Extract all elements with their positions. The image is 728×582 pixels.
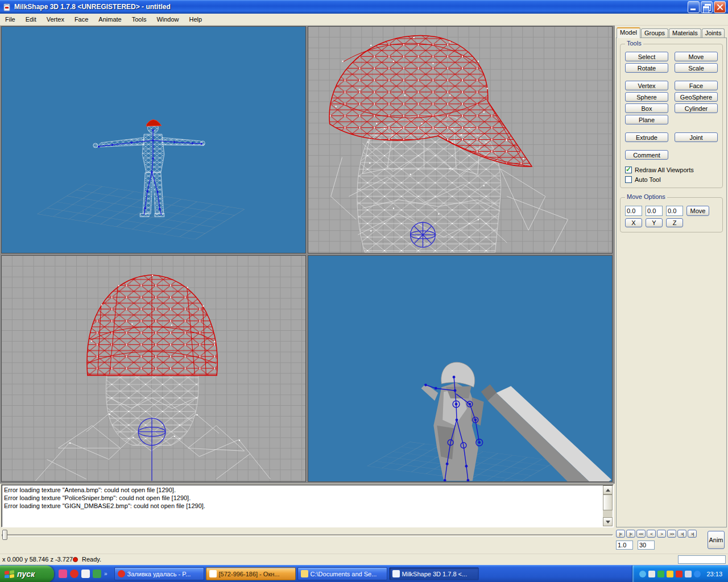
tab-groups[interactable]: Groups [641,28,668,38]
rotate-button[interactable]: Rotate [625,63,668,73]
quick-launch-icon-2[interactable] [70,569,78,578]
menu-tools[interactable]: Tools [127,14,152,25]
move-button[interactable]: Move [686,206,709,216]
restore-button-icon[interactable] [701,1,713,13]
log-line: Error loading texture "GIGN_DMBASE2.bmp"… [4,502,602,510]
status-field [678,555,726,564]
play-button[interactable]: > [657,530,666,538]
anim-controls: |< |< << < > >> >| >| Anim [616,530,728,554]
log-scrollbar[interactable] [603,485,613,526]
select-button[interactable]: Select [625,52,668,61]
cylinder-button[interactable]: Cylinder [675,103,718,113]
geosphere-button[interactable]: GeoSphere [675,92,718,102]
joint-sphere[interactable] [411,222,436,247]
app-icon [2,2,11,11]
perspective-canvas [2,27,305,253]
viewport-perspective[interactable] [1,26,306,253]
task-button-2[interactable]: [572-996-186] - Окн... [206,567,296,580]
checkbox-unchecked-icon[interactable] [625,176,632,183]
menubar: File Edit Vertex Face Animate Tools Wind… [0,14,728,26]
quick-launch-icon-3[interactable] [81,569,90,578]
tray-icon-7[interactable] [694,571,701,577]
timeline-track[interactable] [2,534,613,537]
menu-help[interactable]: Help [184,14,208,25]
go-last-button[interactable]: >| [688,530,697,538]
face-button[interactable]: Face [675,81,718,90]
current-frame-input[interactable] [616,541,633,550]
animation-timeline[interactable] [0,527,615,542]
quick-launch-icon-1[interactable] [59,569,67,578]
fast-forward-button[interactable]: >> [667,530,676,538]
vertex-button[interactable]: Vertex [625,81,668,90]
move-y-input[interactable] [646,206,663,216]
titlebar: MilkShape 3D 1.7.8 <UNREGISTERED> - unti… [0,0,728,14]
tray-icon-4[interactable] [667,571,673,577]
task-button-4[interactable]: MilkShape 3D 1.7.8 <... [389,567,479,580]
start-button[interactable]: пуск [0,566,54,582]
menu-face[interactable]: Face [69,14,93,25]
viewport-front[interactable] [1,255,306,482]
status-message: Ready. [82,556,101,563]
side-canvas [308,27,612,253]
step-back-button[interactable]: < [647,530,656,538]
cursor-coordinates: x 0.000 y 58.746 z -3.727 [2,556,73,563]
scroll-up-icon[interactable] [603,485,613,494]
axis-x-button[interactable]: X [625,218,642,227]
plane-button[interactable]: Plane [625,115,668,124]
checkbox-checked-icon[interactable] [625,167,632,173]
tray-icon-5[interactable] [676,571,682,577]
scale-button[interactable]: Scale [675,63,718,73]
box-button[interactable]: Box [625,103,668,113]
move-tool-button[interactable]: Move [675,52,718,61]
volume-icon[interactable] [685,571,692,577]
joint-button[interactable]: Joint [675,132,718,142]
go-first-button[interactable]: |< [616,530,625,538]
task-buttons: Заливка удалась - P... [572-996-186] - О… [112,567,632,580]
close-button-icon[interactable] [714,1,726,13]
menu-file[interactable]: File [0,14,20,25]
auto-tool-checkbox[interactable]: Auto Tool [625,176,718,183]
tab-model[interactable]: Model [617,27,640,38]
log-line: Error loading texture "PoliceSniper.bmp"… [4,494,602,502]
timeline-thumb[interactable] [2,530,7,540]
tray-icon-1[interactable] [639,571,646,577]
scrollbar-thumb[interactable] [603,494,613,510]
quick-launch-chevron-icon[interactable]: » [104,571,107,577]
viewport-side[interactable] [308,26,613,253]
prev-keyframe-button[interactable]: |< [626,530,635,538]
menu-edit[interactable]: Edit [20,14,42,25]
redraw-all-viewports-checkbox[interactable]: Redraw All Viewports [625,167,718,173]
tab-joints[interactable]: Joints [702,28,725,38]
tools-group-label: Tools [625,40,643,47]
menu-vertex[interactable]: Vertex [42,14,69,25]
total-frames-input[interactable] [638,541,655,550]
rewind-button[interactable]: << [636,530,646,538]
window-title: MilkShape 3D 1.7.8 <UNREGISTERED> - unti… [14,3,686,11]
task-button-1[interactable]: Заливка удалась - P... [114,567,204,580]
extrude-button[interactable]: Extrude [625,132,668,142]
folder-icon [301,570,308,577]
scroll-down-icon[interactable] [603,517,613,526]
move-x-input[interactable] [625,206,642,216]
start-label: пуск [17,569,35,579]
axis-y-button[interactable]: Y [646,218,663,227]
task-icon [209,570,217,577]
tab-materials[interactable]: Materials [669,28,701,38]
comment-button[interactable]: Comment [625,150,668,160]
quick-launch-icon-4[interactable] [93,569,101,578]
menu-window[interactable]: Window [151,14,184,25]
tray-icon-2[interactable] [648,571,655,577]
tray-icon-3[interactable] [657,571,664,577]
minimize-button-icon[interactable] [688,1,700,13]
move-z-input[interactable] [666,206,683,216]
next-keyframe-button[interactable]: >| [677,530,686,538]
task-label: Заливка удалась - P... [127,571,191,577]
record-indicator-icon [73,557,78,562]
menu-animate[interactable]: Animate [93,14,126,25]
sphere-button[interactable]: Sphere [625,92,668,102]
task-button-3[interactable]: C:\Documents and Se... [297,567,387,580]
axis-z-button[interactable]: Z [666,218,683,227]
viewport-3d[interactable] [308,255,613,482]
checkbox-label: Redraw All Viewports [635,167,694,173]
anim-toggle-button[interactable]: Anim [708,531,725,549]
